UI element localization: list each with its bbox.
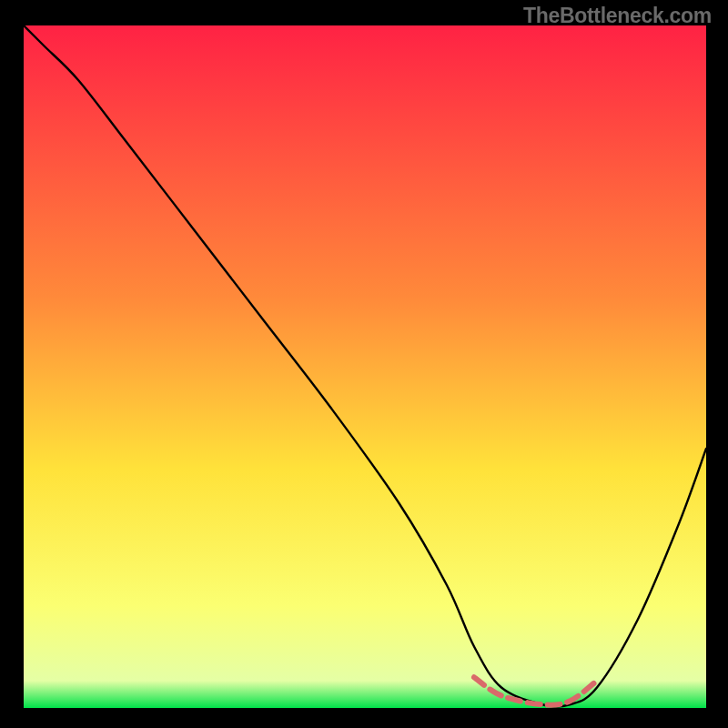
chart-container: TheBottleneck.com [0, 0, 728, 728]
chart-svg [24, 25, 706, 708]
watermark-text: TheBottleneck.com [523, 4, 712, 28]
chart-background [24, 25, 706, 708]
